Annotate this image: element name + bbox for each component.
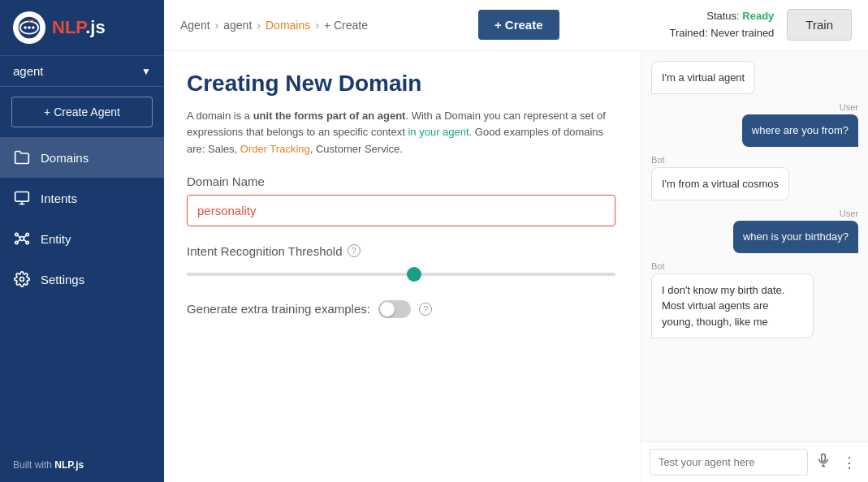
agent-name: agent (13, 64, 44, 78)
chat-input[interactable] (650, 449, 808, 476)
chevron-down-icon: ▼ (141, 66, 151, 77)
status-area: Status: Ready Trained: Never trained (669, 8, 774, 42)
create-agent-button[interactable]: + Create Agent (11, 97, 153, 127)
status-line: Status: Ready (669, 8, 774, 25)
description: A domain is a unit the forms part of an … (187, 108, 609, 158)
trained-value: Never trained (710, 27, 774, 39)
topbar-right: Status: Ready Trained: Never trained Tra… (669, 8, 852, 42)
sidebar-item-domains[interactable]: Domains (0, 137, 164, 178)
agent-selector[interactable]: agent ▼ (0, 56, 164, 87)
sidebar-item-intents-label: Intents (41, 192, 77, 205)
microphone-button[interactable] (813, 450, 834, 475)
trained-label: Trained: (669, 27, 707, 39)
threshold-label: Intent Recognition Threshold ? (187, 244, 618, 258)
logo-text: NLP.js (52, 17, 106, 38)
form-section: Creating New Domain A domain is a unit t… (164, 51, 641, 482)
svg-point-8 (26, 233, 28, 235)
slider-fill (187, 273, 422, 276)
svg-line-14 (24, 239, 27, 242)
slider-thumb[interactable] (407, 267, 421, 282)
svg-point-10 (26, 241, 28, 243)
logo-area: NLP.js (0, 0, 164, 56)
svg-line-11 (18, 235, 20, 238)
breadcrumb-sep-3: › (315, 19, 319, 32)
domain-name-input[interactable] (187, 195, 615, 226)
train-button[interactable]: Train (787, 9, 852, 41)
breadcrumb: Agent › agent › Domains › + Create (180, 19, 368, 32)
svg-point-7 (15, 233, 18, 235)
breadcrumb-domains: Domains (266, 19, 310, 32)
built-with: Built with NLP.js (0, 448, 164, 482)
svg-rect-16 (822, 454, 826, 462)
svg-line-12 (24, 235, 27, 238)
main-content: Agent › agent › Domains › + Create + Cre… (164, 0, 868, 482)
more-options-button[interactable]: ⋮ (839, 450, 860, 475)
sidebar-item-entity-label: Entity (41, 232, 71, 246)
logo-icon (13, 11, 45, 44)
hub-icon (13, 230, 31, 247)
chat-label-user-2: User (840, 209, 858, 218)
chat-bubble-user-1: where are you from? (742, 114, 858, 147)
sidebar-item-intents[interactable]: Intents (0, 178, 164, 218)
chat-message-2: User where are you from? (651, 102, 858, 147)
svg-point-4 (32, 26, 35, 29)
toggle-knob (380, 302, 395, 316)
svg-point-15 (20, 278, 24, 282)
chat-message-3: Bot I'm from a virtual cosmos (651, 155, 858, 201)
chat-bubble-bot-1: I'm a virtual agent (651, 61, 755, 95)
chat-icon (13, 189, 31, 207)
content-area: Creating New Domain A domain is a unit t… (164, 51, 868, 482)
chat-label-bot-3: Bot (651, 261, 665, 271)
threshold-slider[interactable] (187, 266, 615, 282)
breadcrumb-agent: Agent (180, 19, 210, 32)
threshold-section: Intent Recognition Threshold ? (187, 244, 618, 282)
status-value: Ready (742, 10, 774, 22)
domain-name-label: Domain Name (187, 174, 618, 188)
breadcrumb-sep-2: › (257, 19, 261, 32)
svg-point-2 (24, 26, 26, 29)
trained-line: Trained: Never trained (669, 25, 774, 42)
chat-bubble-bot-3: I don't know my birth date. Most virtual… (651, 273, 814, 339)
chat-message-5: Bot I don't know my birth date. Most vir… (651, 261, 858, 339)
breadcrumb-create: + Create (324, 19, 368, 32)
extra-training-toggle[interactable] (378, 300, 411, 318)
folder-icon (13, 148, 31, 166)
page-title: Creating New Domain (187, 71, 618, 97)
chat-panel: I'm a virtual agent User where are you f… (641, 51, 868, 482)
sidebar-item-domains-label: Domains (41, 151, 89, 165)
status-label: Status: (706, 10, 739, 22)
svg-rect-5 (15, 192, 29, 202)
create-button[interactable]: + Create (478, 10, 559, 40)
extra-training-label: Generate extra training examples: (187, 302, 370, 316)
breadcrumb-sep-1: › (215, 19, 219, 32)
svg-point-9 (15, 241, 18, 243)
slider-track (187, 273, 615, 276)
svg-point-3 (28, 26, 31, 29)
breadcrumb-agent-name: agent (223, 19, 252, 32)
chat-message-1: I'm a virtual agent (651, 61, 858, 95)
chat-bubble-user-2: when is your birthday? (733, 221, 858, 253)
threshold-info-icon[interactable]: ? (348, 244, 361, 257)
chat-bubble-bot-2: I'm from a virtual cosmos (651, 167, 789, 201)
topbar: Agent › agent › Domains › + Create + Cre… (164, 0, 868, 51)
chat-label-user-1: User (840, 102, 858, 112)
settings-icon (13, 270, 31, 288)
chat-input-area: ⋮ (641, 441, 868, 482)
chat-message-4: User when is your birthday? (651, 209, 858, 253)
extra-training-section: Generate extra training examples: ? (187, 300, 618, 318)
sidebar-item-entity[interactable]: Entity (0, 218, 164, 259)
sidebar-nav: Domains Intents (0, 137, 164, 299)
sidebar-item-settings-label: Settings (41, 273, 84, 286)
svg-line-13 (18, 239, 20, 242)
chat-messages: I'm a virtual agent User where are you f… (641, 51, 868, 441)
sidebar-item-settings[interactable]: Settings (0, 259, 164, 299)
svg-point-6 (20, 237, 24, 241)
extra-training-info-icon[interactable]: ? (419, 303, 432, 316)
chat-label-bot-2: Bot (651, 155, 665, 165)
sidebar: NLP.js agent ▼ + Create Agent Domains In… (0, 0, 164, 482)
